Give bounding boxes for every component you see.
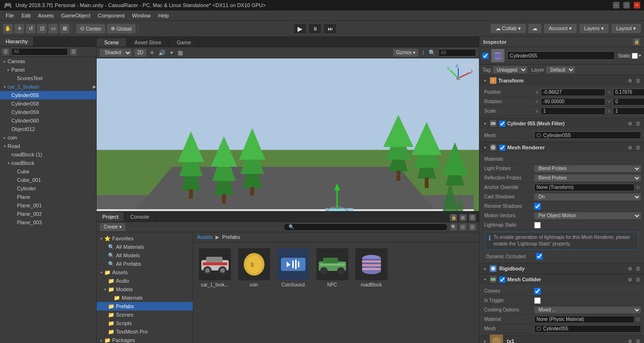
project-search-input[interactable] (283, 223, 448, 231)
hierarchy-filter-btn[interactable]: ☰ (70, 48, 77, 56)
project-panel-btn1[interactable]: ⊡ (459, 223, 467, 231)
reflection-probes-select[interactable]: Blend Probes (534, 174, 641, 182)
mesh-filter-menu-btn[interactable]: ☰ (635, 121, 641, 126)
2d-btn[interactable]: 2D (134, 49, 147, 57)
tree-item-scripts[interactable]: ▸ 📁 Scripts (97, 319, 193, 327)
rigidbody-menu-btn[interactable]: ☰ (635, 266, 641, 271)
mesh-renderer-options-btn[interactable]: ⚙ (627, 145, 633, 150)
mesh-renderer-check[interactable] (499, 145, 505, 151)
mesh-collider-options-btn[interactable]: ⚙ (627, 277, 633, 282)
mesh-filter-options-btn[interactable]: ⚙ (627, 121, 633, 126)
scale-x[interactable] (541, 107, 605, 115)
tree-item-all-prefabs[interactable]: ▸ 🔍 All Prefabs (97, 260, 193, 268)
tree-item-packages[interactable]: ▸ 📁 Packages (97, 336, 193, 343)
gizmos-btn[interactable]: Gizmos ▾ (393, 49, 419, 57)
tree-item-cylinder059[interactable]: ▸ Cylinder059 (0, 108, 96, 116)
static-checkbox[interactable] (632, 53, 638, 59)
tab-scene[interactable]: Scene (97, 38, 127, 47)
scene-search-input[interactable] (438, 49, 476, 57)
mesh-renderer-menu-btn[interactable]: ☰ (635, 145, 641, 150)
lightmap-static-check[interactable] (534, 222, 541, 229)
mesh-collider-header[interactable]: ▾ Mesh Collider ⚙ ☰ (479, 274, 644, 285)
asset-coin[interactable]: $ coin (236, 246, 272, 289)
play-btn[interactable]: ▶ (293, 24, 306, 34)
tree-item-roadblock[interactable]: ▾ roadBlock (0, 159, 96, 167)
inspector-tab-label[interactable]: Inspector (483, 39, 507, 45)
material-menu-btn[interactable]: ☰ (635, 339, 641, 343)
close-btn[interactable]: ✕ (634, 2, 640, 8)
tree-item-road[interactable]: ▾ Road (0, 142, 96, 150)
pivot-center-btn[interactable]: ⊙ Center (76, 24, 106, 34)
is-trigger-check[interactable] (534, 297, 541, 304)
scene-sky-icon[interactable]: ▦ (177, 49, 184, 57)
tool-scale[interactable]: ⊡ (37, 24, 47, 34)
tab-console[interactable]: Console (124, 212, 155, 221)
material-options-btn[interactable]: ⚙ (627, 339, 633, 343)
tree-item-cube001[interactable]: ▸ Cube_001 (0, 176, 96, 184)
scale-y[interactable] (613, 107, 644, 115)
menu-file[interactable]: File (2, 12, 18, 19)
tree-item-cylinder055[interactable]: ▸ Cylinder055 (0, 91, 96, 99)
tree-item-models[interactable]: ▾ 📁 Models (97, 285, 193, 294)
cast-shadows-select[interactable]: On (534, 193, 641, 201)
inspector-lock-icon[interactable]: 🔒 (633, 38, 640, 46)
tab-project[interactable]: Project (97, 212, 124, 221)
hierarchy-search[interactable] (11, 48, 68, 56)
create-btn[interactable]: Create ▾ (99, 223, 126, 231)
project-lock-icon[interactable]: 🔒 (450, 214, 457, 221)
step-btn[interactable]: ⏭ (323, 24, 337, 34)
tree-item-car1broken[interactable]: ▾ car_1_broken ▶ (0, 82, 96, 91)
project-search-btn[interactable]: 🔍 (450, 223, 457, 231)
layer-select[interactable]: Default (546, 66, 575, 74)
account-btn[interactable]: Account ▾ (544, 24, 577, 33)
tree-item-plane001[interactable]: ▸ Plane_001 (0, 201, 96, 210)
pivot-global-btn[interactable]: ⊕ Global (107, 24, 136, 34)
tree-item-assets-root[interactable]: ▾ 📁 Assets (97, 268, 193, 277)
asset-car1broken[interactable]: car_1_brok... (197, 246, 232, 289)
asset-coinsound[interactable]: CoinSound (275, 246, 311, 289)
shading-mode-select[interactable]: Shaded (99, 49, 132, 57)
mesh-filter-header[interactable]: ▾ Cylinder 055 (Mesh Filter) ⚙ ☰ (479, 118, 644, 129)
tree-item-coin[interactable]: ▸ coin (0, 133, 96, 142)
tool-move[interactable]: ✛ (14, 24, 25, 34)
menu-edit[interactable]: Edit (18, 12, 34, 19)
project-menu-icon[interactable]: ☰ (469, 214, 476, 221)
position-x[interactable] (541, 89, 605, 96)
scene-fx-icon[interactable]: ✦ (168, 49, 175, 57)
tree-item-cylinder058[interactable]: ▸ Cylinder058 (0, 99, 96, 108)
breadcrumb-root[interactable]: Assets (197, 234, 213, 240)
pause-btn[interactable]: ⏸ (308, 24, 322, 34)
tree-item-materials[interactable]: ▸ 📁 Materials (97, 294, 193, 302)
motion-vectors-select[interactable]: Per Object Motion (534, 212, 641, 220)
tag-select[interactable]: Untagged (493, 66, 528, 74)
tab-game[interactable]: Game (169, 38, 199, 47)
tree-item-roadblock1[interactable]: ▸ roadBlock (1) (0, 150, 96, 159)
maximize-btn[interactable]: □ (623, 2, 630, 8)
material-header[interactable]: ▸ tx1 ⚙ ☰ (479, 336, 644, 343)
menu-component[interactable]: Component (94, 12, 128, 19)
tool-rect[interactable]: ▭ (48, 24, 58, 34)
project-expand-icon[interactable]: ⊞ (459, 214, 467, 221)
dynamic-occluded-check[interactable] (536, 253, 543, 260)
menu-gameobject[interactable]: GameObject (58, 12, 94, 19)
transform-menu-btn[interactable]: ☰ (635, 78, 641, 83)
convex-check[interactable] (534, 288, 541, 294)
mesh-renderer-header[interactable]: ▾ Mesh Renderer ⚙ ☰ (479, 142, 644, 153)
tree-item-plane002[interactable]: ▸ Plane_002 (0, 210, 96, 218)
obj-active-check[interactable] (482, 53, 488, 59)
rotation-x[interactable] (541, 98, 605, 106)
tool-rotate[interactable]: ↺ (25, 24, 36, 34)
rigidbody-options-btn[interactable]: ⚙ (627, 266, 633, 271)
static-dropdown-icon[interactable]: ▾ (639, 53, 641, 58)
menu-window[interactable]: Window (128, 12, 154, 19)
scene-search-icon[interactable]: 🔍 (428, 49, 437, 57)
tree-item-textmesh[interactable]: ▸ 📁 TextMesh Pro (97, 327, 193, 336)
transform-header[interactable]: ▾ T Transform ⚙ ☰ (479, 75, 644, 86)
collab-btn[interactable]: ☁ Collab ▾ (490, 24, 526, 33)
light-probes-select[interactable]: Blend Probes (534, 165, 641, 172)
tree-item-plane[interactable]: ▸ Plane (0, 193, 96, 201)
asset-npc[interactable]: NPC (314, 246, 350, 289)
tree-item-canvas[interactable]: ▸ Canvas (0, 57, 96, 65)
minimize-btn[interactable]: ─ (613, 2, 619, 8)
mesh-filter-check[interactable] (499, 121, 505, 127)
